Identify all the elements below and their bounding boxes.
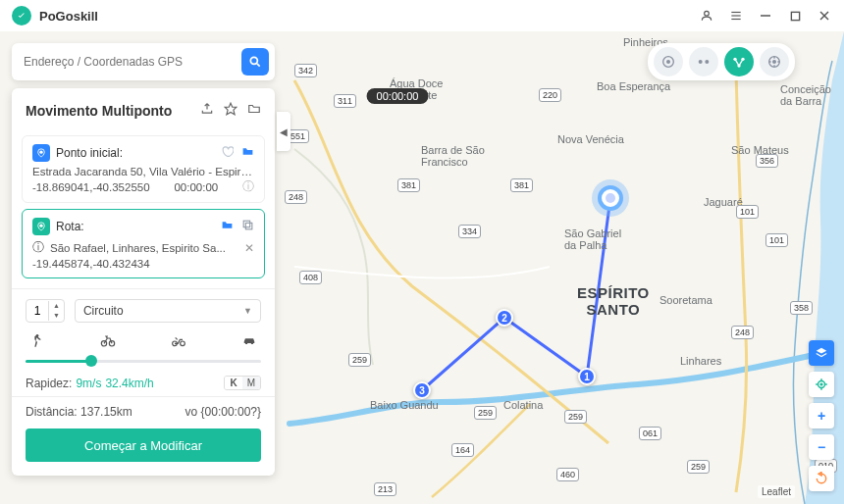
route-shield: 259 — [474, 406, 497, 420]
speed-slider[interactable] — [26, 354, 261, 368]
layers-button[interactable] — [809, 340, 834, 366]
search-box — [12, 43, 275, 80]
start-pin-icon — [32, 144, 50, 162]
sidebar-panel: Movimento Multiponto Ponto inicial: Estr… — [12, 88, 275, 476]
route-point-card: Rota: ⓘ São Rafael, Linhares, Espirito S… — [22, 209, 265, 278]
unit-m[interactable]: M — [242, 377, 260, 389]
multi-spot-mode-icon[interactable] — [724, 47, 754, 76]
route-shield: 381 — [510, 178, 533, 192]
route-shield: 248 — [731, 326, 754, 339]
svg-point-23 — [699, 60, 703, 64]
route-shield: 342 — [294, 64, 317, 77]
zoom-in-button[interactable]: + — [809, 403, 834, 428]
map-label: Baixo Guandu — [370, 399, 439, 411]
svg-point-29 — [773, 61, 776, 64]
collapse-sidebar-button[interactable]: ◀ — [277, 112, 290, 151]
chevron-down-icon: ▼ — [243, 306, 252, 316]
start-button[interactable]: Começar a Modificar — [26, 428, 261, 462]
route-shield: 334 — [458, 225, 481, 238]
route-shield: 358 — [790, 301, 813, 315]
map-label: Conceição da Barra — [780, 83, 831, 107]
minimize-button[interactable] — [758, 8, 773, 24]
svg-point-9 — [250, 57, 257, 64]
loop-count-stepper[interactable]: ▲ ▼ — [26, 299, 65, 323]
close-button[interactable] — [817, 8, 832, 24]
route-mode-select[interactable]: Circuito ▼ — [75, 299, 261, 323]
locate-button[interactable] — [809, 372, 834, 397]
step-up-icon[interactable]: ▲ — [49, 301, 64, 311]
route-shield: 381 — [397, 178, 420, 192]
bike-icon[interactable] — [98, 330, 118, 350]
map-label: Barra de São Francisco — [421, 144, 485, 168]
map-mode-toolbar — [648, 43, 795, 80]
two-spot-mode-icon[interactable] — [689, 47, 718, 76]
reset-button[interactable] — [809, 466, 834, 491]
menu-icon[interactable] — [728, 8, 744, 24]
favorite-icon[interactable] — [224, 102, 237, 120]
search-input[interactable] — [24, 55, 241, 69]
step-down-icon[interactable]: ▼ — [49, 311, 64, 321]
svg-point-12 — [39, 151, 42, 154]
svg-rect-15 — [243, 221, 250, 227]
route-shield: 259 — [564, 410, 587, 424]
start-point-card: Ponto inicial: Estrada Jacaranda 50, Vil… — [22, 135, 265, 203]
svg-point-21 — [666, 60, 670, 64]
car-icon[interactable] — [239, 330, 259, 350]
loop-count-input[interactable] — [26, 304, 48, 318]
map-label: Colatina — [503, 399, 543, 411]
info-icon[interactable]: ⓘ — [242, 179, 254, 194]
map-label: Boa Esperança — [597, 80, 670, 92]
zoom-out-button[interactable]: − — [809, 434, 834, 460]
warning-icon: ⓘ — [32, 239, 44, 256]
folder-icon[interactable] — [247, 102, 261, 120]
route-shield: 248 — [285, 190, 307, 204]
remove-waypoint-icon[interactable]: ✕ — [244, 241, 254, 255]
svg-point-31 — [820, 383, 822, 385]
panel-title: Movimento Multiponto — [26, 103, 200, 119]
map-waypoint-2[interactable]: 2 — [496, 309, 513, 327]
route-shield: 356 — [756, 154, 778, 168]
export-icon[interactable] — [200, 102, 214, 120]
motorcycle-icon[interactable] — [169, 330, 188, 350]
svg-point-13 — [39, 225, 42, 227]
account-icon[interactable] — [699, 8, 714, 24]
route-shield: 164 — [451, 443, 474, 457]
svg-rect-5 — [791, 12, 799, 20]
svg-point-20 — [181, 341, 185, 346]
route-shield: 259 — [687, 460, 710, 474]
map-label: Linhares — [680, 355, 721, 367]
route-shield: 213 — [374, 482, 396, 496]
speed-label: Rapidez: — [26, 377, 72, 390]
walk-icon[interactable] — [27, 330, 47, 350]
map-waypoint-1[interactable]: 1 — [578, 368, 596, 385]
app-logo — [12, 6, 31, 25]
vo-label: vo {00:00:00?} — [185, 405, 261, 419]
folder-icon[interactable] — [221, 219, 234, 234]
maximize-button[interactable] — [787, 8, 803, 24]
map-attribution: Leaflet — [758, 485, 795, 498]
copy-icon[interactable] — [241, 219, 254, 234]
map-start-marker[interactable] — [598, 185, 623, 211]
route-mode-value: Circuito — [83, 304, 124, 318]
joystick-mode-icon[interactable] — [760, 47, 789, 76]
unit-k[interactable]: K — [225, 377, 241, 389]
speed-kmh: 32.4km/h — [105, 377, 153, 390]
route-label: Rota: — [56, 220, 215, 233]
folder-icon[interactable] — [241, 145, 254, 161]
map-label: Nova Venécia — [557, 133, 624, 145]
svg-rect-14 — [245, 223, 252, 229]
distance-label: Distância: — [26, 405, 78, 419]
heart-icon[interactable] — [221, 145, 234, 161]
svg-point-0 — [705, 11, 710, 16]
map-waypoint-3[interactable]: 3 — [413, 381, 431, 399]
app-title: PoGoskill — [39, 9, 98, 24]
start-time: 00:00:00 — [174, 181, 218, 193]
unit-toggle[interactable]: K M — [224, 376, 261, 390]
search-button[interactable] — [241, 48, 269, 76]
route-shield: 311 — [334, 94, 356, 108]
teleport-mode-icon[interactable] — [654, 47, 683, 76]
route-shield: 101 — [765, 233, 788, 247]
speed-ms: 9m/s — [76, 377, 101, 390]
route-shield: 408 — [299, 271, 322, 284]
route-shield: 061 — [639, 427, 661, 440]
